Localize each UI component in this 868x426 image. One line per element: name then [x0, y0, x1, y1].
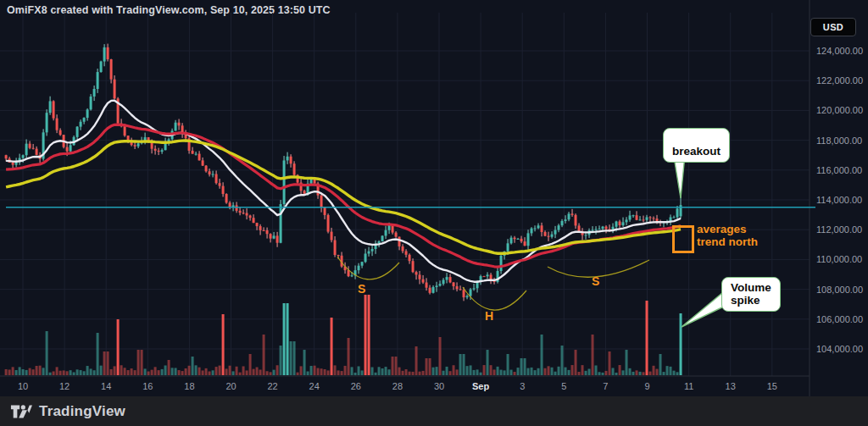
head-label: H	[485, 309, 493, 323]
footer-bar: TradingView	[0, 396, 868, 426]
price-axis-label: 124,000.00	[816, 46, 863, 56]
tradingview-brand-text: TradingView	[39, 403, 125, 420]
time-axis-label: 15	[767, 381, 777, 391]
averages-note[interactable]: averagestrend north	[697, 223, 758, 248]
right-shoulder-label: S	[592, 274, 599, 288]
pattern-arc[interactable]	[463, 287, 526, 310]
time-axis-label: 30	[434, 381, 444, 391]
price-axis-label: 112,000.00	[816, 224, 862, 235]
time-axis-label: 3	[520, 381, 525, 391]
price-axis-label: 120,000.00	[816, 105, 863, 115]
averages-note-line1: averages	[697, 223, 747, 235]
price-chart-canvas[interactable]	[0, 0, 868, 396]
time-axis-label: 9	[644, 381, 649, 391]
price-axis-label: 106,000.00	[816, 314, 863, 324]
volume-spike-line2: spike	[731, 294, 760, 307]
pattern-arc[interactable]	[337, 257, 399, 279]
tradingview-logo-icon	[10, 403, 32, 420]
price-axis-label: 110,000.00	[816, 254, 862, 264]
time-axis-label: 20	[225, 381, 236, 391]
price-axis-label: 114,000.00	[816, 195, 862, 205]
price-axis-label: 116,000.00	[816, 165, 862, 175]
time-axis-label: 12	[59, 381, 70, 391]
tradingview-chart-window: OmiFX8 created with TradingView.com, Sep…	[0, 0, 868, 426]
volume-spike-line1: Volume	[731, 281, 771, 294]
time-axis-label: 16	[142, 381, 153, 391]
time-axis-label: 11	[684, 381, 693, 391]
price-axis-label: 118,000.00	[816, 136, 862, 146]
time-axis-label: 13	[726, 381, 736, 391]
breakout-callout-text: breakout	[672, 145, 721, 158]
currency-badge: USD	[810, 18, 856, 36]
price-axis-label: 104,000.00	[816, 344, 863, 354]
time-axis-label: 18	[184, 381, 194, 391]
time-axis-label: 22	[267, 381, 277, 391]
price-axis-label: 108,000.00	[816, 285, 863, 295]
time-axis-label: 28	[392, 381, 403, 391]
averages-highlight-box[interactable]	[672, 225, 694, 253]
time-axis-label: 5	[561, 381, 566, 391]
time-axis-label: 7	[603, 381, 608, 391]
time-axis-label: 26	[351, 381, 361, 391]
time-axis-label: Sep	[472, 381, 489, 391]
left-shoulder-label: S	[358, 282, 365, 296]
averages-note-line2: trend north	[697, 235, 758, 248]
price-axis-label: 122,000.00	[816, 75, 863, 86]
time-axis-label: 10	[18, 381, 28, 391]
ma-slow-line[interactable]	[6, 141, 681, 253]
time-axis-label: 14	[101, 381, 111, 391]
volume-spike-callout[interactable]: Volumespike	[721, 277, 781, 312]
tradingview-brand-link[interactable]: TradingView	[10, 403, 125, 420]
time-axis-label: 24	[309, 381, 320, 391]
breakout-callout[interactable]: breakout	[663, 128, 730, 163]
